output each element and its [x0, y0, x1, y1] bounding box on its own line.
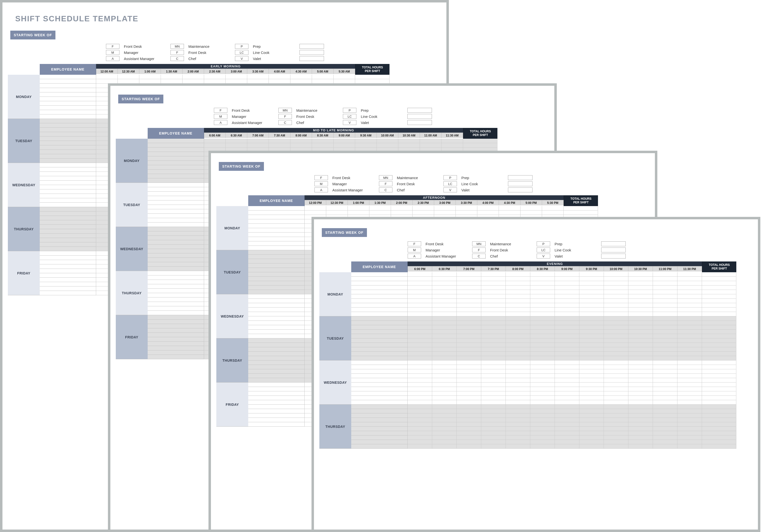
time-slot[interactable]: [348, 206, 369, 210]
time-slot[interactable]: [481, 356, 506, 360]
time-slot[interactable]: [481, 400, 506, 405]
time-slot[interactable]: [604, 405, 629, 409]
time-slot[interactable]: [629, 347, 653, 352]
time-slot[interactable]: [530, 308, 555, 312]
employee-name-cell[interactable]: [248, 422, 305, 427]
time-slot[interactable]: [481, 365, 506, 369]
time-slot[interactable]: [408, 422, 432, 427]
time-slot[interactable]: [457, 316, 481, 321]
employee-name-cell[interactable]: [148, 200, 204, 205]
employee-name-cell[interactable]: [248, 299, 305, 303]
time-slot[interactable]: [481, 272, 506, 277]
time-slot[interactable]: [555, 427, 580, 431]
time-slot[interactable]: [481, 294, 506, 299]
time-slot[interactable]: [530, 378, 555, 383]
time-slot[interactable]: [604, 360, 629, 365]
time-slot[interactable]: [580, 444, 604, 449]
time-slot[interactable]: [457, 369, 481, 374]
employee-name-cell[interactable]: [40, 286, 96, 291]
time-slot[interactable]: [432, 387, 457, 391]
time-slot[interactable]: [326, 210, 348, 215]
employee-name-cell[interactable]: [351, 347, 408, 352]
time-slot[interactable]: [457, 294, 481, 299]
employee-name-cell[interactable]: [248, 369, 305, 374]
time-slot[interactable]: [477, 210, 499, 215]
time-slot[interactable]: [653, 299, 678, 303]
employee-name-cell[interactable]: [148, 214, 204, 218]
time-slot[interactable]: [432, 294, 457, 299]
time-slot[interactable]: [312, 139, 334, 143]
time-slot[interactable]: [580, 308, 604, 312]
employee-name-cell[interactable]: [40, 136, 96, 141]
time-slot[interactable]: [604, 356, 629, 360]
time-slot[interactable]: [530, 290, 555, 294]
employee-name-cell[interactable]: [351, 391, 408, 396]
time-slot[interactable]: [604, 272, 629, 277]
time-slot[interactable]: [653, 413, 678, 418]
time-slot[interactable]: [530, 352, 555, 356]
time-slot[interactable]: [530, 277, 555, 281]
time-slot[interactable]: [481, 396, 506, 400]
time-slot[interactable]: [457, 405, 481, 409]
time-slot[interactable]: [408, 418, 432, 422]
time-slot[interactable]: [629, 444, 653, 449]
time-slot[interactable]: [653, 281, 678, 285]
employee-name-cell[interactable]: [148, 337, 204, 342]
time-slot[interactable]: [408, 413, 432, 418]
time-slot[interactable]: [530, 321, 555, 325]
employee-name-cell[interactable]: [40, 150, 96, 154]
time-slot[interactable]: [604, 290, 629, 294]
time-slot[interactable]: [408, 347, 432, 352]
time-slot[interactable]: [555, 387, 580, 391]
time-slot[interactable]: [506, 312, 530, 316]
time-slot[interactable]: [506, 325, 530, 330]
time-slot[interactable]: [413, 206, 434, 210]
time-slot[interactable]: [678, 369, 702, 374]
time-slot[interactable]: [441, 143, 463, 148]
employee-name-cell[interactable]: [148, 253, 204, 258]
time-slot[interactable]: [481, 387, 506, 391]
time-slot[interactable]: [580, 294, 604, 299]
time-slot[interactable]: [506, 365, 530, 369]
employee-name-cell[interactable]: [148, 258, 204, 262]
employee-name-cell[interactable]: [40, 251, 96, 256]
employee-name-cell[interactable]: [351, 409, 408, 413]
time-slot[interactable]: [408, 409, 432, 413]
employee-name-cell[interactable]: [351, 343, 408, 347]
time-slot[interactable]: [678, 308, 702, 312]
time-slot[interactable]: [629, 272, 653, 277]
time-slot[interactable]: [481, 312, 506, 316]
time-slot[interactable]: [530, 387, 555, 391]
time-slot[interactable]: [408, 303, 432, 308]
time-slot[interactable]: [629, 409, 653, 413]
time-slot[interactable]: [408, 396, 432, 400]
time-slot[interactable]: [678, 299, 702, 303]
time-slot[interactable]: [96, 75, 118, 79]
time-slot[interactable]: [555, 285, 580, 290]
time-slot[interactable]: [629, 435, 653, 440]
time-slot[interactable]: [204, 139, 226, 143]
employee-name-cell[interactable]: [248, 325, 305, 330]
time-slot[interactable]: [477, 206, 499, 210]
time-slot[interactable]: [604, 365, 629, 369]
time-slot[interactable]: [506, 435, 530, 440]
time-slot[interactable]: [355, 143, 377, 148]
employee-name-cell[interactable]: [248, 316, 305, 321]
time-slot[interactable]: [604, 378, 629, 383]
time-slot[interactable]: [555, 413, 580, 418]
time-slot[interactable]: [604, 396, 629, 400]
time-slot[interactable]: [580, 299, 604, 303]
employee-name-cell[interactable]: [248, 219, 305, 224]
time-slot[interactable]: [457, 378, 481, 383]
employee-name-cell[interactable]: [351, 321, 408, 325]
time-slot[interactable]: [481, 285, 506, 290]
time-slot[interactable]: [377, 143, 398, 148]
time-slot[interactable]: [629, 387, 653, 391]
time-slot[interactable]: [481, 308, 506, 312]
time-slot[interactable]: [580, 374, 604, 378]
employee-name-cell[interactable]: [248, 233, 305, 237]
time-slot[interactable]: [118, 75, 139, 79]
time-slot[interactable]: [506, 352, 530, 356]
time-slot[interactable]: [530, 396, 555, 400]
time-slot[interactable]: [678, 316, 702, 321]
